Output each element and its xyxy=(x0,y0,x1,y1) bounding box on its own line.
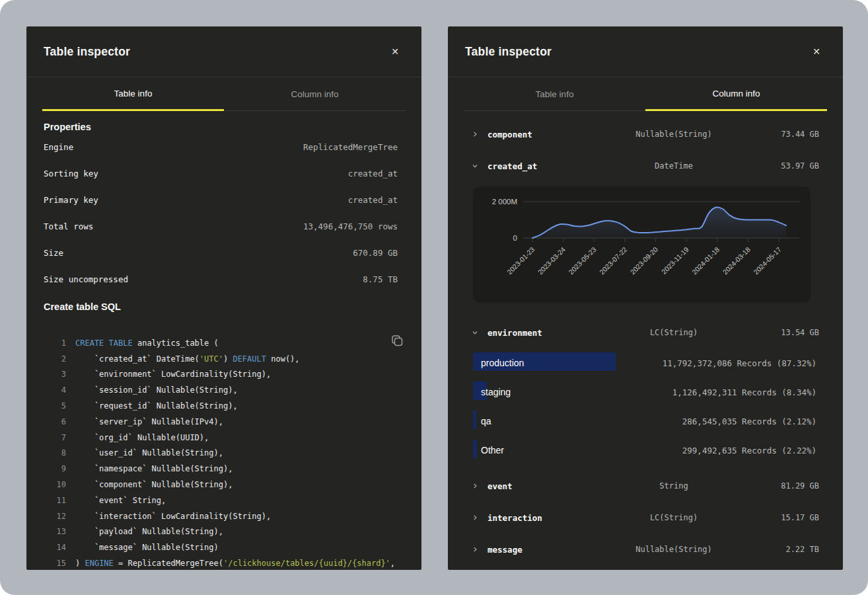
line-number: 4 xyxy=(44,385,66,395)
page-background: Table inspector ✕ Table info Column info… xyxy=(0,0,868,595)
chevron-right-icon xyxy=(472,546,478,553)
tab-column-info[interactable]: Column info xyxy=(645,77,827,111)
created-at-distribution-chart: 2 000M02023-01-232023-03-242023-05-23202… xyxy=(473,186,811,303)
sql-line: 12 `interaction` LowCardinality(String), xyxy=(44,508,404,524)
line-number: 5 xyxy=(44,401,66,411)
table-info-panel[interactable]: Properties EngineReplicatedMergeTreeSort… xyxy=(26,111,421,570)
sql-line: 1CREATE TABLE analytics_table ( xyxy=(44,335,404,351)
line-number: 8 xyxy=(44,448,66,457)
line-number: 10 xyxy=(44,480,66,489)
line-number: 12 xyxy=(44,512,66,521)
expand-toggle[interactable] xyxy=(465,514,480,521)
value-bar xyxy=(473,440,477,458)
expand-toggle[interactable] xyxy=(465,131,480,138)
chevron-down-icon xyxy=(472,329,478,336)
column-size: 73.44 GB xyxy=(781,130,826,139)
sql-line: 8 `user_id` Nullable(String), xyxy=(44,446,404,461)
sql-line: 13 `payload` Nullable(String), xyxy=(44,524,404,540)
property-value: created_at xyxy=(348,195,404,205)
property-row: Primary keycreated_at xyxy=(44,186,404,213)
svg-text:2024-03-18: 2024-03-18 xyxy=(721,245,752,276)
modal-title: Table inspector xyxy=(465,45,552,59)
column-name: interaction xyxy=(488,513,542,523)
svg-text:2023-11-19: 2023-11-19 xyxy=(660,245,690,276)
properties-heading: Properties xyxy=(44,120,404,134)
property-value: 13,496,476,750 rows xyxy=(303,221,404,231)
sql-line: 6 `server_ip` Nullable(IPv4), xyxy=(44,414,404,430)
svg-text:2023-09-20: 2023-09-20 xyxy=(629,245,660,276)
table-inspector-modal-right: Table inspector ✕ Table info Column info… xyxy=(448,26,843,570)
property-row: Sorting keycreated_at xyxy=(44,160,404,186)
column-size: 13.54 GB xyxy=(781,328,826,337)
column-size: 53.97 GB xyxy=(781,161,826,171)
property-label: Engine xyxy=(44,142,73,152)
svg-text:2023-05-23: 2023-05-23 xyxy=(567,245,598,276)
sql-line: 3 `environment` LowCardinality(String), xyxy=(44,367,404,383)
column-size: 2.22 TB xyxy=(785,545,826,554)
close-icon: ✕ xyxy=(813,46,820,57)
column-row-interaction[interactable]: interactionLC(String)15.17 GB xyxy=(465,502,826,534)
svg-text:2 000M: 2 000M xyxy=(492,198,517,206)
column-size: 15.17 GB xyxy=(781,513,826,522)
property-label: Primary key xyxy=(44,195,98,205)
column-row-component[interactable]: componentNullable(String)73.44 GB xyxy=(465,118,826,150)
properties-list: EngineReplicatedMergeTreeSorting keycrea… xyxy=(44,134,404,292)
column-info-panel[interactable]: componentNullable(String)73.44 GBcreated… xyxy=(448,111,843,570)
expand-toggle[interactable] xyxy=(465,163,480,169)
line-number: 11 xyxy=(44,496,66,505)
column-row-event[interactable]: eventString81.29 GB xyxy=(465,470,826,502)
tab-column-info[interactable]: Column info xyxy=(224,77,406,111)
svg-text:2024-05-17: 2024-05-17 xyxy=(752,245,783,276)
expand-toggle[interactable] xyxy=(465,483,480,489)
column-type: LC(String) xyxy=(650,328,698,337)
value-label: Other xyxy=(481,445,504,456)
value-bar xyxy=(473,411,476,429)
column-size: 81.29 GB xyxy=(781,481,826,491)
value-label: staging xyxy=(481,387,511,397)
property-label: Size xyxy=(44,248,63,258)
tab-bar: Table info Column info xyxy=(448,77,843,111)
property-label: Size uncompressed xyxy=(44,274,128,284)
close-icon: ✕ xyxy=(391,46,399,57)
column-row-environment[interactable]: environmentLC(String)13.54 GB xyxy=(465,317,826,348)
sql-line: 10 `component` Nullable(String), xyxy=(44,477,404,493)
value-label: production xyxy=(481,358,524,368)
property-row: EngineReplicatedMergeTree xyxy=(44,134,404,160)
column-name: event xyxy=(488,481,513,491)
environment-value-list: production11,792,372,086 Records (87.32%… xyxy=(465,348,826,465)
close-button[interactable]: ✕ xyxy=(807,42,826,61)
line-number: 9 xyxy=(44,464,66,473)
column-row-created_at[interactable]: created_atDateTime53.97 GB xyxy=(465,150,826,182)
column-name: created_at xyxy=(488,161,537,171)
copy-icon xyxy=(389,333,405,348)
column-type: Nullable(String) xyxy=(635,545,712,554)
column-type: DateTime xyxy=(655,161,693,171)
tab-table-info[interactable]: Table info xyxy=(42,77,224,111)
expand-toggle[interactable] xyxy=(465,329,480,336)
svg-text:2023-03-24: 2023-03-24 xyxy=(536,245,567,276)
property-value: created_at xyxy=(348,169,404,178)
property-value: ReplicatedMergeTree xyxy=(303,142,404,152)
chevron-right-icon xyxy=(472,131,478,138)
sql-code: 1CREATE TABLE analytics_table (2 `create… xyxy=(44,335,404,570)
column-list: componentNullable(String)73.44 GBcreated… xyxy=(465,118,826,565)
sql-line: 2 `created_at` DateTime('UTC') DEFAULT n… xyxy=(44,351,404,367)
property-row: Size uncompressed8.75 TB xyxy=(44,266,404,292)
sql-line: 15) ENGINE = ReplicatedMergeTree('/click… xyxy=(44,555,404,570)
sql-line: 9 `namespace` Nullable(String), xyxy=(44,461,404,477)
line-number: 15 xyxy=(44,559,66,568)
line-number: 1 xyxy=(44,338,66,348)
modal-header: Table inspector ✕ xyxy=(26,26,421,77)
chevron-right-icon xyxy=(472,514,478,521)
sql-line: 14 `message` Nullable(String) xyxy=(44,539,404,555)
environment-value-row-staging: staging1,126,492,311 Records (8.34%) xyxy=(465,377,826,407)
column-row-message[interactable]: messageNullable(String)2.22 TB xyxy=(465,534,826,565)
column-type: Nullable(String) xyxy=(635,130,712,139)
copy-sql-button[interactable] xyxy=(388,333,406,350)
tab-table-info[interactable]: Table info xyxy=(464,77,645,111)
property-label: Total rows xyxy=(44,221,93,231)
close-button[interactable]: ✕ xyxy=(386,42,404,61)
line-number: 2 xyxy=(44,354,66,364)
environment-value-row-other: Other299,492,635 Records (2.22%) xyxy=(465,436,826,465)
expand-toggle[interactable] xyxy=(465,546,480,553)
